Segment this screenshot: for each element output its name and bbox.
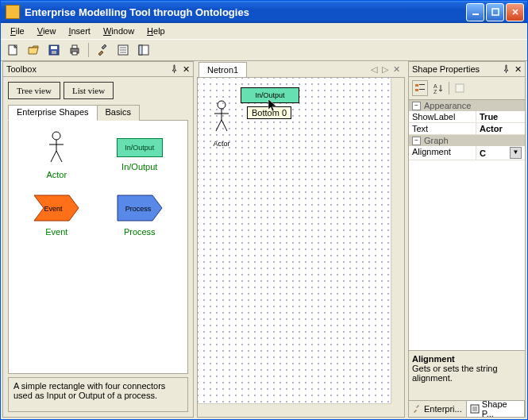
alphabetical-button[interactable]: AZ <box>431 81 445 95</box>
prop-alignment[interactable]: Alignment C▼ <box>409 146 525 160</box>
tools-button[interactable] <box>94 41 111 59</box>
svg-rect-4 <box>51 46 57 49</box>
properties-grid: −Appearance ShowLabel True Text Actor −G… <box>409 100 525 160</box>
shape-event-label: Event <box>15 227 98 237</box>
svg-rect-19 <box>419 89 425 90</box>
tab-enterprise-shapes[interactable]: Enterprise Shapes <box>8 105 98 121</box>
prop-desc-title: Alignment <box>412 354 455 364</box>
properties-description: Alignment Gets or sets the string alignm… <box>409 350 525 400</box>
prop-showlabel[interactable]: ShowLabel True <box>409 111 525 123</box>
svg-rect-8 <box>72 52 77 55</box>
right-bottom-tabs: Enterpri... Shape P... <box>408 401 526 418</box>
svg-text:Event: Event <box>44 205 64 213</box>
open-button[interactable] <box>25 41 42 59</box>
menu-view[interactable]: View <box>31 25 63 37</box>
shape-io[interactable]: In/Output In/Output <box>98 130 182 179</box>
svg-rect-22 <box>456 84 464 92</box>
shape-description: A simple rectangle with four connectors … <box>8 377 188 412</box>
shape-actor[interactable]: Actor <box>15 130 98 179</box>
vertical-scrollbar[interactable] <box>391 78 404 404</box>
io-preview: In/Output <box>117 138 163 157</box>
tab-prev-icon[interactable]: ◁ <box>371 64 377 75</box>
hammer-icon <box>412 404 422 414</box>
tab-basics[interactable]: Basics <box>97 105 140 121</box>
tab-close-icon[interactable]: ✕ <box>393 64 400 75</box>
close-button[interactable] <box>506 3 524 21</box>
canvas-actor-label: Actor <box>210 140 233 148</box>
properties-title: Shape Properties <box>412 64 480 74</box>
svg-rect-0 <box>472 13 479 15</box>
shape-event[interactable]: Event Event <box>15 194 98 237</box>
svg-rect-18 <box>415 89 418 91</box>
document-tabs: Netron1 ◁ ▷ ✕ <box>197 61 405 77</box>
list-view-button[interactable]: List view <box>64 82 114 99</box>
properties-header: Shape Properties ✕ <box>409 62 525 77</box>
save-button[interactable] <box>45 41 63 59</box>
categorized-button[interactable] <box>412 80 428 96</box>
properties-blank-area <box>409 160 525 350</box>
list-icon <box>470 404 480 414</box>
toolbox-title: Toolbox <box>6 64 37 74</box>
new-button[interactable] <box>4 41 21 59</box>
tab-shape-properties[interactable]: Shape P... <box>467 401 525 417</box>
scrollbar-corner <box>391 404 404 417</box>
menu-insert[interactable]: Insert <box>62 25 97 37</box>
menu-file[interactable]: File <box>4 25 31 37</box>
menu-window[interactable]: Window <box>97 25 141 37</box>
tab-enterprise[interactable]: Enterpri... <box>409 401 467 417</box>
toolbox-close-icon[interactable]: ✕ <box>183 64 190 75</box>
svg-rect-16 <box>415 84 418 87</box>
svg-point-12 <box>52 132 60 140</box>
shape-actor-label: Actor <box>15 170 98 179</box>
properties-close-icon[interactable]: ✕ <box>515 64 522 75</box>
app-title: Enterprise Modelling Tool through Ontolo… <box>25 6 249 18</box>
svg-point-15 <box>218 101 225 109</box>
shape-process-label: Process <box>98 227 182 237</box>
tab-next-icon[interactable]: ▷ <box>382 64 388 75</box>
tab-netron1[interactable]: Netron1 <box>198 62 247 77</box>
shape-process[interactable]: Process Process <box>98 194 182 237</box>
svg-text:Z: Z <box>434 89 437 94</box>
canvas-actor-shape[interactable]: Actor <box>210 100 233 148</box>
diagram-canvas[interactable]: In/Output Actor Bottom 0 <box>198 78 404 417</box>
properties-panel: Shape Properties ✕ AZ −Appearance ShowLa… <box>408 61 526 401</box>
app-icon <box>6 5 20 19</box>
menubar: File View Insert Window Help <box>1 23 527 39</box>
svg-text:Process: Process <box>125 205 151 213</box>
svg-rect-11 <box>139 45 142 55</box>
toolbar-separator <box>88 43 89 57</box>
maximize-button[interactable] <box>486 3 504 21</box>
prop-text[interactable]: Text Actor <box>409 123 525 135</box>
toolbox-header: Toolbox ✕ <box>3 62 193 77</box>
app-window: Enterprise Modelling Tool through Ontolo… <box>0 0 528 420</box>
svg-rect-17 <box>419 84 425 85</box>
shape-io-label: In/Output <box>98 162 182 171</box>
center-area: Netron1 ◁ ▷ ✕ In/Output Actor <box>197 61 405 418</box>
prop-desc-body: Gets or sets the string alignment. <box>412 364 522 383</box>
svg-rect-5 <box>52 51 56 54</box>
svg-rect-7 <box>72 45 77 48</box>
toolbox-panel: Toolbox ✕ Tree view List view Enterprise… <box>2 61 194 418</box>
category-graph[interactable]: −Graph <box>409 135 525 146</box>
minimize-button[interactable] <box>466 3 484 21</box>
menu-help[interactable]: Help <box>141 25 172 37</box>
print-button[interactable] <box>66 41 83 59</box>
svg-text:A: A <box>434 83 437 89</box>
panel-button[interactable] <box>135 41 152 59</box>
category-appearance[interactable]: −Appearance <box>409 100 525 111</box>
pin-icon[interactable] <box>170 64 179 74</box>
right-column: Shape Properties ✕ AZ −Appearance ShowLa… <box>408 61 526 418</box>
properties-pin-icon[interactable] <box>502 64 511 74</box>
svg-rect-1 <box>492 9 499 15</box>
shapes-palette: Actor In/Output In/Output Event Event Pr… <box>8 120 188 374</box>
tree-view-button[interactable]: Tree view <box>8 82 60 99</box>
dropdown-icon[interactable]: ▼ <box>510 147 522 159</box>
canvas-viewport: In/Output Actor Bottom 0 <box>197 77 405 418</box>
horizontal-scrollbar[interactable] <box>198 403 391 417</box>
titlebar: Enterprise Modelling Tool through Ontolo… <box>1 1 527 23</box>
properties-button[interactable] <box>114 41 132 59</box>
properties-toolbar: AZ <box>409 77 525 100</box>
property-pages-button[interactable] <box>453 81 467 95</box>
main-toolbar <box>1 39 527 61</box>
cursor-icon <box>268 98 279 113</box>
